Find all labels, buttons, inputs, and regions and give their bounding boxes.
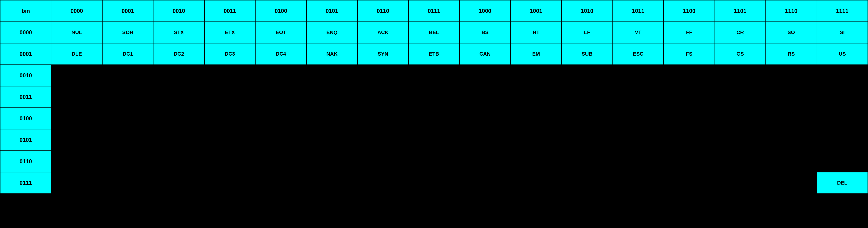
cell-0110-0011 <box>205 151 255 172</box>
column-header-0110: 0110 <box>358 0 408 22</box>
cell-0010-0110 <box>358 65 408 86</box>
cell-0000-0001: SOH <box>102 22 153 43</box>
cell-0001-1110: RS <box>766 43 816 65</box>
cell-0000-0110: ACK <box>358 22 408 43</box>
cell-0111-0010 <box>153 172 204 194</box>
column-header-1011: 1011 <box>613 0 663 22</box>
table-row: 0011 <box>0 86 868 108</box>
cell-0010-1001 <box>510 65 561 86</box>
cell-0111-1100 <box>663 172 715 194</box>
cell-0000-0100: EOT <box>255 22 306 43</box>
cell-0101-1010 <box>561 129 613 151</box>
cell-0000-1010: LF <box>561 22 613 43</box>
column-header-0010: 0010 <box>153 0 204 22</box>
cell-0000-1001: HT <box>510 22 561 43</box>
cell-0101-0110 <box>358 129 408 151</box>
cell-0001-0100: DC4 <box>255 43 306 65</box>
cell-0001-1000: CAN <box>460 43 510 65</box>
cell-0100-1111 <box>817 108 868 129</box>
cell-0011-1100 <box>663 86 715 108</box>
cell-0011-1011 <box>613 86 663 108</box>
cell-0001-0011: DC3 <box>205 43 255 65</box>
cell-0010-1101 <box>715 65 766 86</box>
cell-0101-1001 <box>510 129 561 151</box>
column-header-1111: 1111 <box>817 0 868 22</box>
cell-0000-0010: STX <box>153 22 204 43</box>
cell-0110-0010 <box>153 151 204 172</box>
row-header-0011: 0011 <box>0 86 51 108</box>
cell-0100-1001 <box>510 108 561 129</box>
cell-0101-0001 <box>102 129 153 151</box>
cell-0011-1110 <box>766 86 816 108</box>
cell-0001-0000: DLE <box>51 43 102 65</box>
table-row: 0000NULSOHSTXETXEOTENQACKBELBSHTLFVTFFCR… <box>0 22 868 43</box>
cell-0100-0010 <box>153 108 204 129</box>
cell-0010-1111 <box>817 65 868 86</box>
cell-0000-1100: FF <box>663 22 715 43</box>
cell-0111-1000 <box>460 172 510 194</box>
cell-0100-1100 <box>663 108 715 129</box>
cell-0111-0000 <box>51 172 102 194</box>
cell-0101-0011 <box>205 129 255 151</box>
cell-0001-1101: GS <box>715 43 766 65</box>
cell-0101-0100 <box>255 129 306 151</box>
cell-0110-1101 <box>715 151 766 172</box>
cell-0110-1011 <box>613 151 663 172</box>
cell-0110-1000 <box>460 151 510 172</box>
cell-0010-1010 <box>561 65 613 86</box>
cell-0100-0001 <box>102 108 153 129</box>
row-header-0010: 0010 <box>0 65 51 86</box>
cell-0111-1010 <box>561 172 613 194</box>
cell-0111-1011 <box>613 172 663 194</box>
cell-0110-0001 <box>102 151 153 172</box>
cell-0011-1111 <box>817 86 868 108</box>
cell-0110-0101 <box>307 151 358 172</box>
column-header-0011: 0011 <box>205 0 255 22</box>
cell-0001-1011: ESC <box>613 43 663 65</box>
column-bin-header: bin <box>0 0 51 22</box>
cell-0011-0110 <box>358 86 408 108</box>
cell-0101-0010 <box>153 129 204 151</box>
cell-0100-0100 <box>255 108 306 129</box>
column-header-1100: 1100 <box>663 0 715 22</box>
cell-0111-1101 <box>715 172 766 194</box>
cell-0011-0101 <box>307 86 358 108</box>
cell-0111-0001 <box>102 172 153 194</box>
cell-0101-0101 <box>307 129 358 151</box>
table-row: 0010 <box>0 65 868 86</box>
ascii-table: bin0000000100100011010001010110011110001… <box>0 0 868 194</box>
cell-0100-0111 <box>408 108 460 129</box>
cell-0100-1011 <box>613 108 663 129</box>
cell-0101-1100 <box>663 129 715 151</box>
cell-0010-0111 <box>408 65 460 86</box>
cell-0111-1110 <box>766 172 816 194</box>
cell-0001-0110: SYN <box>358 43 408 65</box>
cell-0111-0011 <box>205 172 255 194</box>
cell-0111-0101 <box>307 172 358 194</box>
cell-0000-0011: ETX <box>205 22 255 43</box>
cell-0010-0011 <box>205 65 255 86</box>
table-header-row: bin0000000100100011010001010110011110001… <box>0 0 868 22</box>
cell-0011-1101 <box>715 86 766 108</box>
cell-0011-1000 <box>460 86 510 108</box>
column-header-1101: 1101 <box>715 0 766 22</box>
cell-0011-0100 <box>255 86 306 108</box>
cell-0111-0110 <box>358 172 408 194</box>
cell-0101-1000 <box>460 129 510 151</box>
row-header-0001: 0001 <box>0 43 51 65</box>
cell-0011-1001 <box>510 86 561 108</box>
cell-0010-1100 <box>663 65 715 86</box>
cell-0000-1101: CR <box>715 22 766 43</box>
cell-0111-1001 <box>510 172 561 194</box>
column-header-1000: 1000 <box>460 0 510 22</box>
cell-0000-0101: ENQ <box>307 22 358 43</box>
cell-0011-0010 <box>153 86 204 108</box>
cell-0001-0101: NAK <box>307 43 358 65</box>
cell-0100-1010 <box>561 108 613 129</box>
cell-0101-1111 <box>817 129 868 151</box>
cell-0010-1000 <box>460 65 510 86</box>
column-header-1001: 1001 <box>510 0 561 22</box>
cell-0101-1110 <box>766 129 816 151</box>
cell-0100-1110 <box>766 108 816 129</box>
cell-0000-0111: BEL <box>408 22 460 43</box>
